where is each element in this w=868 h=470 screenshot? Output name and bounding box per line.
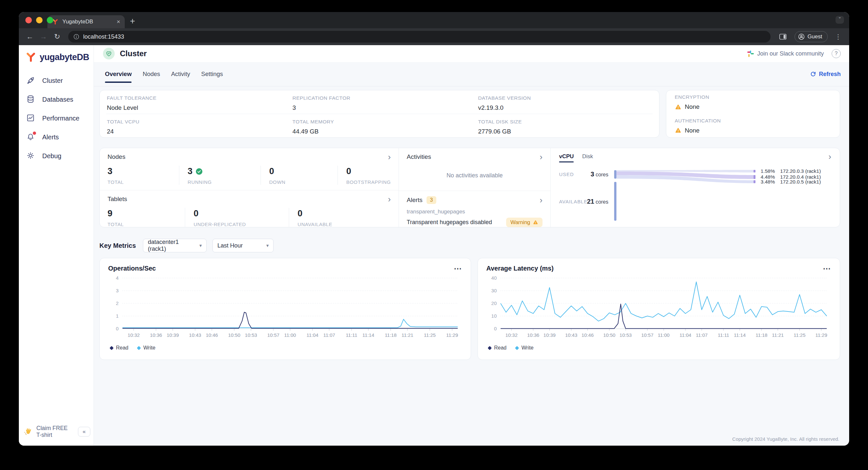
- svg-text:30: 30: [491, 288, 497, 293]
- cluster-info-row-1: FAULT TOLERANCENode LevelREPLICATION FAC…: [100, 90, 659, 114]
- security-field: ENCRYPTIONNone: [666, 90, 840, 114]
- svg-text:10:39: 10:39: [167, 332, 179, 338]
- sidebar-item-label: Debug: [42, 152, 61, 160]
- main-area: Cluster Join our Slack community ? Overv…: [94, 45, 849, 446]
- side-panel-icon[interactable]: [779, 33, 787, 40]
- chart-menu-icon[interactable]: ⋯: [454, 267, 462, 271]
- time-range-select[interactable]: Last Hour ▾: [213, 239, 274, 252]
- operations-chart-title: Operations/Sec: [108, 265, 454, 272]
- svg-text:11:00: 11:00: [284, 332, 296, 338]
- chart-menu-icon[interactable]: ⋯: [823, 267, 831, 271]
- new-tab-button[interactable]: +: [130, 16, 135, 26]
- svg-text:11:21: 11:21: [772, 332, 783, 338]
- refresh-icon: [810, 71, 816, 77]
- sidebar-item-performance[interactable]: Performance: [19, 109, 94, 128]
- stat-value: 9: [107, 209, 185, 219]
- svg-text:11:11: 11:11: [346, 332, 357, 338]
- info-field: TOTAL VCPU24: [101, 116, 286, 135]
- close-window-button[interactable]: [25, 17, 32, 23]
- stat-value: 3: [188, 166, 260, 176]
- region-select[interactable]: datacenter1 (rack1) ▾: [143, 239, 207, 252]
- forward-button[interactable]: →: [38, 31, 50, 42]
- browser-menu-icon[interactable]: ⋮: [832, 31, 844, 42]
- svg-text:10:32: 10:32: [128, 332, 140, 338]
- minimize-window-button[interactable]: [36, 17, 42, 23]
- svg-text:0: 0: [494, 326, 497, 331]
- zoom-window-button[interactable]: [47, 17, 53, 23]
- info-field-label: DATABASE VERSION: [478, 95, 658, 101]
- refresh-button[interactable]: Refresh: [810, 71, 841, 77]
- tab-overview[interactable]: Overview: [105, 62, 131, 86]
- svg-text:40: 40: [491, 275, 497, 281]
- performance-icon: [26, 113, 36, 123]
- alerts-chevron-icon[interactable]: ›: [539, 197, 542, 203]
- tab-settings[interactable]: Settings: [201, 62, 223, 86]
- svg-text:10:57: 10:57: [641, 332, 654, 338]
- claim-tshirt-row[interactable]: Claim FREE T-shirt «: [24, 425, 90, 438]
- svg-text:172.20.0.5 (rack1): 172.20.0.5 (rack1): [780, 179, 820, 185]
- latency-chart-card: Average Latency (ms) ⋯ 01020304010:3210:…: [477, 258, 840, 360]
- cluster-info-card: FAULT TOLERANCENode LevelREPLICATION FAC…: [99, 90, 659, 138]
- svg-text:1: 1: [116, 313, 119, 319]
- reload-button[interactable]: ↻: [51, 31, 63, 42]
- security-info-card: ENCRYPTIONNoneAUTHENTICATIONNone: [666, 90, 840, 138]
- tab-close-icon[interactable]: ×: [117, 18, 120, 25]
- sidebar-item-cluster[interactable]: Cluster: [19, 71, 94, 90]
- nodes-chevron-icon[interactable]: ›: [388, 154, 391, 160]
- usage-chevron-icon[interactable]: ›: [828, 153, 831, 160]
- site-info-icon[interactable]: [73, 34, 79, 40]
- stat-unavailable: 0UNAVAILABLE: [289, 208, 332, 227]
- help-button[interactable]: ?: [832, 49, 841, 58]
- stat-total: 9TOTAL: [107, 208, 185, 227]
- tablets-panel: Tablets › 9TOTAL0UNDER-REPLICATED0UNAVAI…: [100, 190, 399, 227]
- overview-content: FAULT TOLERANCENode LevelREPLICATION FAC…: [94, 86, 849, 446]
- usage-tabs: vCPUDisk: [559, 153, 593, 162]
- profile-label: Guest: [808, 33, 822, 40]
- svg-text:1.58%: 1.58%: [761, 168, 775, 174]
- svg-text:10:53: 10:53: [619, 332, 632, 338]
- tab-search-chevron-icon[interactable]: ˇ: [836, 16, 844, 24]
- claim-tshirt-label: Claim FREE T-shirt: [36, 425, 74, 438]
- page-header: Cluster Join our Slack community ?: [94, 45, 849, 62]
- svg-text:4: 4: [116, 275, 119, 281]
- usage-tab-disk[interactable]: Disk: [582, 153, 593, 162]
- alerts-count-badge: 3: [427, 196, 437, 204]
- stat-label: BOOTSTRAPPING: [346, 179, 391, 185]
- tab-list: OverviewNodesActivitySettings: [99, 62, 228, 86]
- svg-text:11:04: 11:04: [307, 332, 318, 338]
- svg-text:10:39: 10:39: [544, 332, 556, 338]
- activities-chevron-icon[interactable]: ›: [539, 154, 542, 160]
- sidebar-item-label: Alerts: [42, 133, 59, 141]
- tab-nodes[interactable]: Nodes: [143, 62, 160, 86]
- svg-text:20: 20: [491, 301, 497, 306]
- join-slack-label: Join our Slack community: [757, 50, 824, 57]
- info-field-value: 3: [292, 104, 472, 112]
- svg-text:10:50: 10:50: [228, 332, 240, 338]
- alert-name-link[interactable]: transparent_hugepages: [407, 209, 542, 215]
- user-icon: [798, 33, 805, 40]
- info-field-label: TOTAL DISK SIZE: [478, 119, 658, 125]
- operations-chart-card: Operations/Sec ⋯ 0123410:3210:3610:3910:…: [99, 258, 471, 360]
- sidebar-item-databases[interactable]: Databases: [19, 90, 94, 109]
- tablets-chevron-icon[interactable]: ›: [388, 196, 391, 202]
- browser-tab[interactable]: YugabyteDB ×: [48, 15, 125, 28]
- profile-button[interactable]: Guest: [795, 31, 828, 42]
- info-field-label: TOTAL MEMORY: [292, 119, 472, 125]
- sidebar-collapse-button[interactable]: «: [78, 427, 90, 437]
- sidebar: yugabyteDB ClusterDatabasesPerformanceAl…: [19, 45, 94, 446]
- legend-marker: [137, 346, 141, 350]
- info-field: DATABASE VERSIONv2.19.3.0: [472, 93, 658, 112]
- legend-marker: [515, 346, 519, 350]
- join-slack-link[interactable]: Join our Slack community: [747, 50, 824, 57]
- legend-marker: [488, 346, 492, 350]
- tab-activity[interactable]: Activity: [171, 62, 190, 86]
- logo-text: yugabyteDB: [40, 52, 89, 62]
- yugabytedb-logo[interactable]: yugabyteDB: [19, 45, 94, 67]
- sidebar-item-debug[interactable]: Debug: [19, 147, 94, 165]
- address-bar[interactable]: localhost:15433: [68, 31, 771, 42]
- sidebar-item-alerts[interactable]: Alerts: [19, 128, 94, 147]
- back-button[interactable]: ←: [24, 31, 36, 42]
- usage-panel: vCPUDisk › USED3 coresAVAILABLE21 cores1…: [550, 148, 840, 227]
- region-select-value: datacenter1 (rack1): [148, 239, 195, 252]
- usage-tab-vcpu[interactable]: vCPU: [559, 153, 574, 162]
